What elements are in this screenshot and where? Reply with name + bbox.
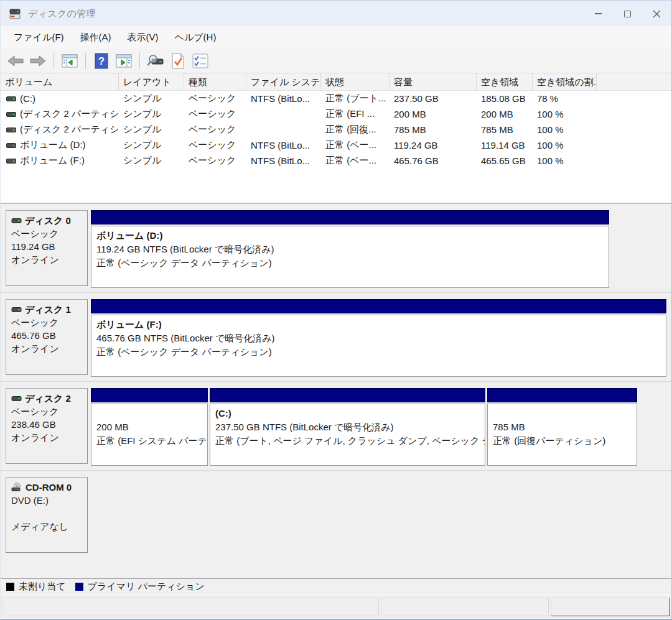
cell-volume: (C:) bbox=[1, 93, 119, 104]
partition[interactable]: ボリューム (F:) 465.76 GB NTFS (BitLocker で暗号… bbox=[91, 299, 666, 377]
disk-row: ディスク 1 ベーシック 465.76 GB オンライン ボリューム (F:) … bbox=[1, 293, 671, 382]
legend-primary-label: プライマリ パーティション bbox=[88, 581, 205, 593]
column-header-layout[interactable]: レイアウト bbox=[119, 73, 184, 90]
column-header-status[interactable]: 状態 bbox=[321, 73, 390, 90]
cell-volume: (ディスク 2 パーティシ... bbox=[1, 108, 119, 120]
disk-row: ディスク 0 ベーシック 119.24 GB オンライン ボリューム (D:) … bbox=[1, 204, 671, 293]
close-button[interactable] bbox=[642, 1, 671, 26]
column-header-volume[interactable]: ボリューム bbox=[1, 73, 119, 90]
volume-name: ボリューム (D:) bbox=[20, 139, 86, 151]
forward-button[interactable] bbox=[28, 51, 48, 71]
disk-size: 119.24 GB bbox=[11, 240, 83, 253]
partition[interactable]: (C:) 237.50 GB NTFS (BitLocker で暗号化済み) 正… bbox=[210, 388, 485, 466]
toolbar: ? bbox=[1, 49, 671, 73]
check-document-button[interactable] bbox=[168, 51, 188, 71]
partition-info-box: 200 MB 正常 (EFI システム パーテ bbox=[91, 404, 208, 466]
disk-label-panel[interactable]: ディスク 0 ベーシック 119.24 GB オンライン bbox=[6, 210, 88, 286]
legend-unallocated-swatch bbox=[6, 583, 14, 591]
partition-info-box: 785 MB 正常 (回復パーティション) bbox=[487, 404, 637, 466]
disk-type: ベーシック bbox=[11, 405, 83, 418]
cell-capacity: 119.24 GB bbox=[390, 140, 477, 150]
menu-item-view[interactable]: 表示(V) bbox=[119, 28, 167, 47]
partition-detail: 465.76 GB NTFS (BitLocker で暗号化済み) bbox=[96, 331, 661, 345]
checklist-button[interactable] bbox=[190, 51, 210, 71]
partition-info-box: ボリューム (F:) 465.76 GB NTFS (BitLocker で暗号… bbox=[91, 315, 666, 377]
menu-item-action[interactable]: 操作(A) bbox=[72, 28, 119, 47]
partition-info-box: ボリューム (D:) 119.24 GB NTFS (BitLocker で暗号… bbox=[91, 226, 609, 288]
rescan-disks-icon bbox=[147, 53, 164, 68]
table-row[interactable]: (ディスク 2 パーティシ... シンプル ベーシック 正常 (EFI ... … bbox=[1, 106, 671, 122]
window-title: ディスクの管理 bbox=[28, 8, 96, 20]
column-header-fs[interactable]: ファイル システム bbox=[246, 73, 321, 90]
partition[interactable]: 785 MB 正常 (回復パーティション) bbox=[487, 388, 637, 466]
table-row[interactable]: ボリューム (D:) シンプル ベーシック NTFS (BitLo... 正常 … bbox=[1, 137, 671, 153]
cell-capacity: 200 MB bbox=[390, 109, 477, 119]
column-header-capacity[interactable]: 容量 bbox=[390, 73, 477, 90]
disk-label-panel[interactable]: ディスク 1 ベーシック 465.76 GB オンライン bbox=[6, 299, 88, 375]
partition-color-bar bbox=[487, 388, 637, 402]
partition-color-bar bbox=[91, 388, 208, 402]
cell-free-pct: 100 % bbox=[533, 155, 597, 166]
menu-item-help[interactable]: ヘルプ(H) bbox=[167, 28, 225, 47]
rescan-disks-button[interactable] bbox=[146, 51, 166, 71]
column-header-free[interactable]: 空き領域 bbox=[477, 73, 533, 90]
partition-detail: 785 MB bbox=[493, 420, 632, 434]
cell-layout: シンプル bbox=[119, 93, 184, 104]
volume-drive-icon bbox=[6, 142, 16, 149]
disk-management-window: ディスクの管理 ファイル(F) 操作(A) 表示(V) ヘルプ(H) bbox=[0, 0, 672, 620]
maximize-icon bbox=[624, 11, 631, 17]
cell-free-pct: 78 % bbox=[533, 93, 597, 104]
cell-layout: シンプル bbox=[119, 108, 184, 120]
disk-label-panel[interactable]: ディスク 2 ベーシック 238.46 GB オンライン bbox=[6, 388, 88, 464]
disk-name: ディスク 1 bbox=[25, 303, 71, 316]
disk-icon bbox=[11, 395, 22, 402]
disk-graph-pane: ディスク 0 ベーシック 119.24 GB オンライン ボリューム (D:) … bbox=[1, 203, 671, 578]
table-row[interactable]: (ディスク 2 パーティシ... シンプル ベーシック 正常 (回復... 78… bbox=[1, 122, 671, 137]
cell-status: 正常 (ベー... bbox=[321, 139, 390, 151]
disk-type: ベーシック bbox=[11, 227, 83, 240]
cell-fs: NTFS (BitLo... bbox=[246, 155, 321, 166]
disk-partitions: 200 MB 正常 (EFI システム パーテ (C:) 237.50 GB N… bbox=[91, 388, 637, 466]
partition-color-bar bbox=[91, 299, 666, 313]
disk-icon bbox=[11, 217, 22, 224]
partition-title: (C:) bbox=[215, 407, 480, 420]
console-tree-button[interactable] bbox=[60, 51, 80, 71]
column-header-free-pct[interactable]: 空き領域の割... bbox=[533, 73, 597, 90]
help-button[interactable]: ? bbox=[91, 51, 111, 71]
minimize-button[interactable] bbox=[584, 1, 613, 26]
partition-status: 正常 (ブート, ページ ファイル, クラッシュ ダンプ, ベーシック データ … bbox=[215, 434, 480, 448]
table-row[interactable]: ボリューム (F:) シンプル ベーシック NTFS (BitLo... 正常 … bbox=[1, 153, 671, 169]
menu-item-file[interactable]: ファイル(F) bbox=[6, 28, 72, 47]
table-row[interactable]: (C:) シンプル ベーシック NTFS (BitLo... 正常 (ブート..… bbox=[1, 91, 671, 106]
check-document-icon bbox=[171, 53, 185, 69]
volume-table-header: ボリューム レイアウト 種類 ファイル システム 状態 容量 空き領域 空き領域… bbox=[1, 73, 671, 91]
disk-type: ベーシック bbox=[11, 316, 83, 329]
cell-layout: シンプル bbox=[119, 155, 184, 167]
cdrom-spacer bbox=[11, 507, 83, 520]
cell-capacity: 785 MB bbox=[390, 124, 477, 135]
minimize-icon bbox=[595, 13, 602, 14]
maximize-button[interactable] bbox=[613, 1, 642, 26]
column-header-type[interactable]: 種類 bbox=[184, 73, 246, 90]
partition-status: 正常 (回復パーティション) bbox=[493, 434, 632, 448]
partition[interactable]: 200 MB 正常 (EFI システム パーテ bbox=[91, 388, 208, 466]
action-pane-button[interactable] bbox=[114, 51, 134, 71]
cell-status: 正常 (ベー... bbox=[321, 155, 390, 167]
cell-layout: シンプル bbox=[119, 139, 184, 151]
cell-type: ベーシック bbox=[184, 139, 246, 151]
back-button[interactable] bbox=[6, 51, 26, 71]
partition[interactable]: ボリューム (D:) 119.24 GB NTFS (BitLocker で暗号… bbox=[91, 210, 609, 288]
cdrom-icon bbox=[11, 483, 22, 492]
volume-drive-icon bbox=[6, 95, 16, 103]
disk-name: ディスク 2 bbox=[25, 392, 71, 405]
disk-size: 238.46 GB bbox=[11, 418, 83, 431]
cell-fs: NTFS (BitLo... bbox=[246, 140, 321, 150]
cell-type: ベーシック bbox=[184, 93, 246, 104]
toolbar-separator bbox=[85, 53, 86, 69]
close-icon bbox=[653, 10, 661, 18]
cdrom-drive: DVD (E:) bbox=[11, 494, 83, 507]
disk-icon bbox=[11, 306, 22, 313]
column-header-empty bbox=[597, 73, 671, 90]
cdrom-label-panel[interactable]: CD-ROM 0 DVD (E:) メディアなし bbox=[6, 477, 88, 553]
disk-status: オンライン bbox=[11, 342, 83, 355]
